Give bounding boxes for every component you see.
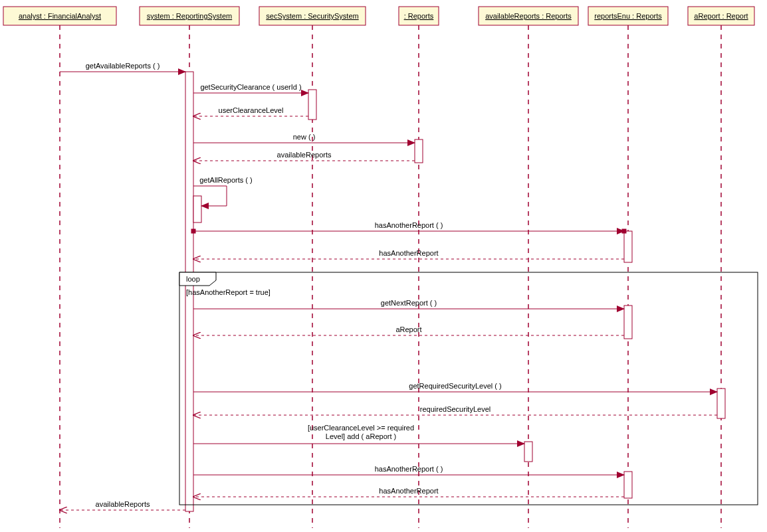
msg-aReport-return-label: aReport	[395, 325, 421, 333]
msg-hasAnotherReport-return-2-label: hasAnotherReport	[379, 487, 438, 495]
loop-guard: [hasAnotherReport = true]	[186, 288, 271, 296]
messages: getAvailableReports ( )getSecurityCleara…	[60, 62, 717, 510]
msg-getNextReport-label: getNextReport ( )	[381, 299, 437, 307]
lifeline-label-reports: : Reports	[404, 12, 434, 20]
activation-enu-2	[624, 306, 632, 339]
activation-aReport	[717, 389, 725, 418]
endpoint-end	[622, 229, 626, 233]
lifeline-label-enu: reportsEnu : Reports	[594, 12, 662, 20]
msg-availableReports-return-label: availableReports	[277, 151, 332, 159]
msg-new-label: new ( )	[293, 133, 316, 141]
activation-secSystem	[308, 90, 316, 120]
activation-reports	[415, 139, 423, 163]
msg-userClearanceLevel-label: userClearanceLevel	[219, 106, 284, 114]
lifeline-label-aReport: aReport : Report	[694, 12, 748, 20]
lifelines: analyst : FinancialAnalystsystem : Repor…	[3, 7, 754, 528]
msg-hasAnotherReport-2-label: hasAnotherReport ( )	[375, 465, 443, 473]
lifeline-label-system: system : ReportingSystem	[147, 12, 232, 20]
lifeline-label-avail: availableReports : Reports	[485, 12, 572, 20]
activation-enu-3	[624, 472, 632, 498]
msg-hasAnotherReport-return-1-label: hasAnotherReport	[379, 249, 438, 257]
msg-getRequiredSecurityLevel-label: getRequiredSecurityLevel ( )	[409, 382, 501, 390]
sequence-diagram: analyst : FinancialAnalystsystem : Repor…	[0, 0, 767, 532]
msg-hasAnotherReport-1-label: hasAnotherReport ( )	[375, 221, 443, 229]
msg-add-label2: Level] add ( aReport )	[326, 432, 396, 440]
activation-avail	[524, 442, 532, 462]
activation-enu-1	[624, 231, 632, 262]
msg-getSecurityClearance-label: getSecurityClearance ( userId )	[200, 83, 301, 91]
msg-getAvailableReports-label: getAvailableReports ( )	[86, 62, 160, 70]
activation-system-self	[193, 196, 201, 222]
lifeline-label-analyst: analyst : FinancialAnalyst	[19, 12, 101, 20]
loop-label: loop	[186, 275, 200, 283]
msg-availableReports-final-label: availableReports	[96, 500, 150, 508]
lifeline-label-secSystem: secSystem : SecuritySystem	[266, 12, 358, 20]
msg-getAllReports-label: getAllReports ( )	[199, 176, 252, 184]
msg-add-label1: [userClearanceLevel >= required	[308, 424, 414, 432]
msg-requiredSecurityLevel-label: requiredSecurityLevel	[420, 405, 491, 413]
